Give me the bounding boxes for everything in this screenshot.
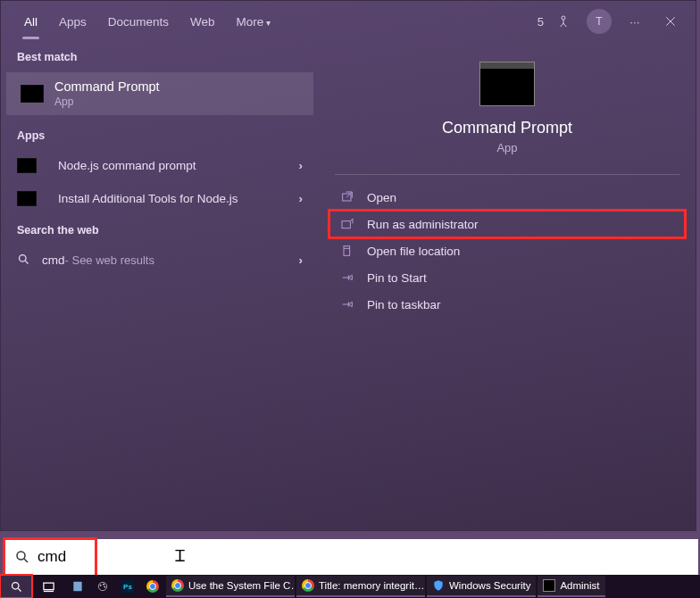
- tab-all[interactable]: All: [13, 4, 48, 39]
- taskbar-window-2[interactable]: Windows Security: [427, 576, 536, 597]
- rewards-count: 5: [538, 15, 544, 29]
- taskbar-search-button[interactable]: [0, 575, 32, 598]
- svg-point-11: [103, 584, 104, 585]
- taskbar-app-chrome[interactable]: [141, 576, 164, 597]
- section-best-match: Best match: [1, 42, 319, 71]
- task-view-button[interactable]: [32, 575, 64, 598]
- action-label: Open file location: [367, 245, 460, 258]
- cmd-icon: [21, 85, 44, 103]
- tab-web[interactable]: Web: [179, 4, 226, 39]
- action-open[interactable]: Open: [329, 184, 685, 211]
- taskbar-app-calculator[interactable]: [66, 576, 89, 597]
- svg-rect-8: [73, 582, 81, 592]
- tab-more[interactable]: More▾: [226, 4, 282, 39]
- action-run-as-admin[interactable]: Run as administrator: [329, 211, 685, 237]
- detail-app-icon: [479, 62, 535, 106]
- search-input[interactable]: [38, 548, 698, 566]
- svg-rect-3: [342, 221, 350, 228]
- user-avatar[interactable]: T: [587, 9, 612, 34]
- open-icon: [338, 190, 356, 204]
- taskbar-window-label: Administ: [560, 580, 599, 591]
- best-match-subtitle: App: [54, 96, 160, 108]
- web-term: cmd: [42, 253, 65, 267]
- svg-rect-7: [43, 583, 53, 590]
- detail-title: Command Prompt: [442, 119, 572, 137]
- svg-point-10: [100, 585, 101, 586]
- taskbar-window-label: Windows Security: [449, 580, 530, 591]
- cmd-icon: [17, 191, 37, 206]
- tab-apps[interactable]: Apps: [48, 4, 97, 39]
- scope-tabs: All Apps Documents Web More▾ 5 T ···: [1, 1, 696, 42]
- search-icon: [14, 549, 30, 565]
- cmd-icon: [17, 158, 37, 173]
- action-pin-taskbar[interactable]: Pin to taskbar: [329, 291, 685, 318]
- pin-icon: [338, 297, 356, 311]
- action-label: Pin to Start: [367, 271, 427, 285]
- best-match-title: Command Prompt: [54, 79, 160, 94]
- start-search-panel: All Apps Documents Web More▾ 5 T ··· Bes…: [0, 0, 696, 531]
- action-pin-start[interactable]: Pin to Start: [329, 264, 685, 291]
- taskbar-window-label: Use the System File C…: [188, 580, 295, 591]
- chevron-right-icon: ›: [299, 159, 304, 172]
- options-icon[interactable]: ···: [622, 9, 647, 34]
- app-result-1[interactable]: Install Additional Tools for Node.js ›: [1, 182, 319, 215]
- search-box[interactable]: [4, 539, 698, 575]
- taskbar-app-paint[interactable]: [91, 576, 114, 597]
- taskbar-window-1[interactable]: Title: memory integrit…: [296, 576, 425, 597]
- taskbar: Ps Use the System File C… Title: memory …: [0, 575, 700, 598]
- svg-point-12: [104, 586, 105, 587]
- svg-point-1: [20, 255, 27, 262]
- close-icon[interactable]: [658, 9, 683, 34]
- app-result-label: Install Additional Tools for Node.js: [58, 192, 238, 205]
- folder-icon: [338, 244, 356, 258]
- chevron-right-icon: ›: [299, 253, 304, 267]
- action-label: Open: [367, 191, 396, 204]
- web-suffix: - See web results: [65, 253, 154, 267]
- search-icon: [17, 253, 31, 267]
- detail-subtitle: App: [496, 141, 517, 154]
- detail-pane: Command Prompt App Open Run as administr…: [319, 42, 696, 530]
- taskbar-window-3[interactable]: Administ: [538, 576, 604, 597]
- pin-icon: [338, 270, 356, 285]
- rewards-icon[interactable]: [551, 9, 576, 34]
- action-label: Pin to taskbar: [367, 298, 441, 311]
- web-result[interactable]: cmd - See web results ›: [1, 244, 319, 276]
- chevron-right-icon: ›: [299, 192, 304, 205]
- svg-rect-4: [344, 246, 350, 256]
- action-label: Run as administrator: [367, 218, 479, 231]
- svg-point-6: [12, 582, 19, 589]
- taskbar-app-photoshop[interactable]: Ps: [116, 576, 139, 597]
- app-result-label: Node.js command prompt: [58, 159, 196, 172]
- section-apps: Apps: [1, 120, 319, 149]
- taskbar-window-0[interactable]: Use the System File C…: [166, 576, 295, 597]
- divider: [335, 174, 679, 175]
- chevron-down-icon: ▾: [266, 18, 271, 28]
- svg-point-0: [562, 16, 565, 20]
- tab-documents[interactable]: Documents: [97, 4, 179, 39]
- taskbar-window-label: Title: memory integrit…: [319, 580, 424, 591]
- results-list: Best match Command Prompt App Apps Node.…: [1, 42, 319, 530]
- best-match-result[interactable]: Command Prompt App: [6, 72, 313, 115]
- section-web: Search the web: [1, 215, 319, 244]
- app-result-0[interactable]: Node.js command prompt ›: [1, 149, 319, 182]
- svg-point-9: [98, 582, 106, 590]
- admin-icon: [338, 217, 356, 231]
- action-open-location[interactable]: Open file location: [329, 237, 685, 264]
- svg-point-5: [17, 552, 25, 560]
